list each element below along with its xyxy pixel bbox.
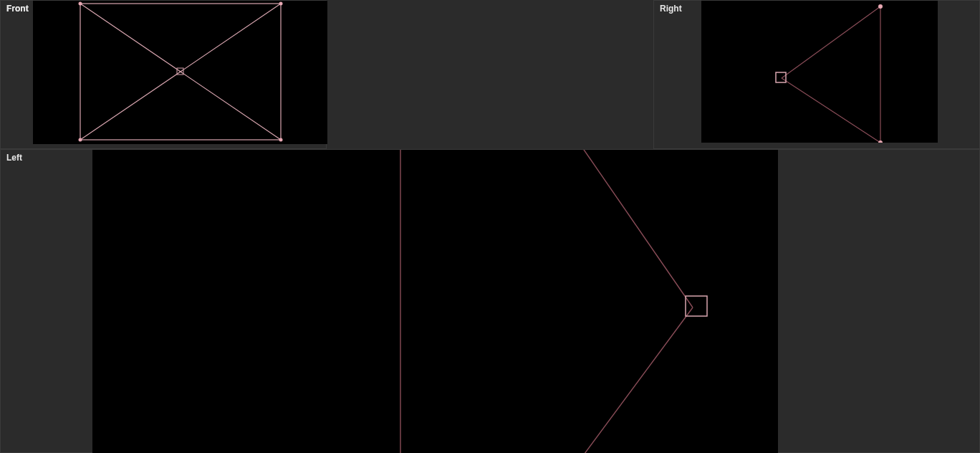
viewport-label: Front <box>6 4 29 14</box>
viewport-canvas[interactable] <box>92 150 778 453</box>
camera-wireframe <box>92 150 778 453</box>
svg-point-14 <box>79 138 82 142</box>
svg-line-17 <box>782 78 880 143</box>
viewport-right[interactable]: Right <box>653 0 980 149</box>
camera-wireframe <box>33 1 327 144</box>
svg-rect-19 <box>776 72 786 82</box>
svg-line-22 <box>485 150 693 307</box>
svg-line-16 <box>782 6 880 78</box>
camera-wireframe <box>701 1 938 143</box>
viewport-canvas[interactable] <box>33 1 327 144</box>
viewport-left[interactable]: Left <box>0 149 980 453</box>
viewport-canvas[interactable] <box>701 1 938 143</box>
viewport-container: Front Front <box>0 0 980 453</box>
svg-point-12 <box>79 2 82 6</box>
viewport-front-2[interactable]: Front <box>0 0 327 149</box>
svg-line-23 <box>470 307 693 453</box>
svg-point-20 <box>878 4 883 9</box>
svg-point-15 <box>279 138 283 142</box>
svg-point-13 <box>279 2 283 6</box>
viewport-label: Left <box>6 153 22 163</box>
svg-point-21 <box>878 140 883 143</box>
viewport-label: Right <box>660 4 682 14</box>
